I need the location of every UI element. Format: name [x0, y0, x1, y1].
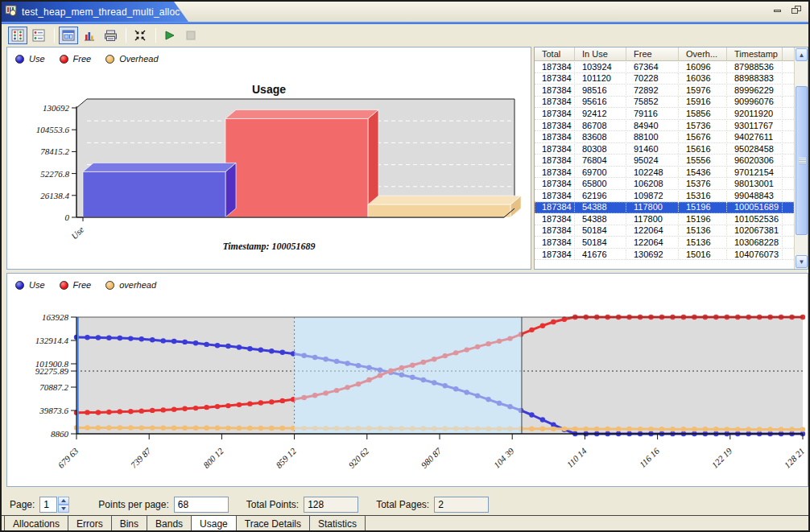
split-vertical-icon[interactable] — [8, 27, 27, 44]
table-cell: 96020306 — [727, 155, 783, 165]
table-cell: 15856 — [679, 109, 727, 118]
table-cell: 187384 — [535, 155, 575, 165]
legend-item: Use — [15, 280, 45, 290]
tab-errors[interactable]: Errors — [68, 516, 112, 530]
toolbar-separator — [126, 28, 126, 43]
column-header-inuse[interactable]: In Use — [575, 47, 626, 60]
table-cell: 16036 — [679, 73, 727, 83]
spin-up-icon[interactable] — [58, 497, 69, 505]
table-cell: 88100 — [626, 132, 679, 142]
bar-chart-icon[interactable] — [80, 27, 99, 44]
table-cell: 15196 — [679, 202, 727, 212]
page-input[interactable] — [39, 497, 57, 513]
table-row[interactable]: 18738480308914601561695028458 — [535, 143, 794, 155]
tab-statistics[interactable]: Statistics — [310, 516, 366, 530]
tab-bins[interactable]: Bins — [112, 516, 147, 530]
column-header-timestamp[interactable]: Timestamp — [727, 47, 783, 60]
view-tab[interactable]: test_heap_mem_thread_multi_alloc — [2, 2, 188, 22]
scroll-down-icon[interactable]: ▼ — [796, 255, 808, 268]
table-cell: 187384 — [535, 144, 575, 154]
table-cell: 130692 — [626, 250, 679, 259]
svg-text:39873.6: 39873.6 — [39, 406, 68, 415]
stop-icon[interactable] — [181, 27, 200, 44]
svg-text:Use: Use — [69, 225, 86, 241]
toolbar-separator — [155, 28, 156, 43]
table-scrollbar[interactable]: ▲ ▼ — [794, 47, 808, 269]
legend-label: Use — [29, 280, 45, 290]
svg-text:26138.4: 26138.4 — [40, 191, 69, 200]
svg-text:104 39: 104 39 — [492, 446, 516, 470]
legend-item: Free — [60, 280, 92, 290]
spin-down-icon[interactable] — [58, 505, 69, 513]
play-icon[interactable] — [160, 27, 180, 44]
tab-allocations[interactable]: Allocations — [4, 516, 68, 530]
app-window: test_heap_mem_thread_multi_alloc — [0, 0, 810, 532]
tab-usage[interactable]: Usage — [192, 516, 237, 530]
table-cell: 98013001 — [727, 179, 783, 188]
collapse-icon[interactable] — [130, 27, 150, 44]
scroll-up-icon[interactable]: ▲ — [796, 48, 808, 61]
table-row[interactable]: 18738498516728921597689996229 — [535, 85, 794, 97]
svg-text:116 16: 116 16 — [638, 446, 662, 470]
legend-item: overhead — [105, 280, 156, 290]
table-cell: 95028458 — [727, 144, 783, 154]
table-row[interactable]: 187384621961098721531699048843 — [535, 190, 794, 202]
table-cell: 101052536 — [727, 214, 783, 224]
table-header[interactable]: TotalIn UseFreeOverh...Timestamp — [535, 47, 794, 61]
column-header-overh[interactable]: Overh... — [679, 47, 727, 60]
usage-bar-chart[interactable]: 026138.452276.878415.2104553.6130692Use — [7, 94, 531, 263]
total-points-field — [304, 497, 358, 513]
table-cell: 117800 — [626, 214, 679, 224]
table-cell: 95024 — [626, 155, 679, 165]
table-row[interactable]: 1873844167613069215016104076073 — [535, 249, 794, 261]
total-pages-field — [434, 497, 489, 513]
table-cell: 16096 — [679, 62, 727, 72]
view-tab-strip: test_heap_mem_thread_multi_alloc — [2, 2, 808, 22]
table-row[interactable]: 187384101120702281603688988383 — [535, 73, 794, 85]
table-row[interactable]: 18738486708849401573693011767 — [535, 120, 794, 132]
table-cell: 69700 — [575, 167, 626, 177]
table-cell: 54388 — [575, 214, 626, 224]
table-cell: 187384 — [535, 179, 575, 188]
print-icon[interactable] — [101, 27, 120, 44]
table-row[interactable]: 1873845018412206415136103068228 — [535, 237, 794, 249]
column-header-total[interactable]: Total — [535, 47, 575, 60]
overview-layout-icon[interactable] — [59, 27, 78, 44]
table-row[interactable]: 18738483608881001567694027611 — [535, 131, 794, 143]
points-per-page-input[interactable] — [174, 497, 229, 513]
scrollbar-thumb[interactable] — [796, 86, 808, 235]
table-row[interactable]: 187384658001062081537698013001 — [535, 178, 794, 190]
table-cell: 187384 — [535, 250, 575, 259]
tab-trace-details[interactable]: Trace Details — [237, 516, 310, 530]
split-horizontal-icon[interactable] — [29, 27, 48, 44]
column-header-free[interactable]: Free — [626, 47, 679, 60]
close-icon[interactable] — [187, 6, 194, 18]
total-points-label: Total Points: — [246, 499, 299, 510]
table-cell: 187384 — [535, 73, 575, 83]
table-row[interactable]: 18738476804950241555696020306 — [535, 155, 794, 167]
paging-controls: Page: Points per page: Total Points: Tot… — [2, 491, 808, 518]
usage-line-chart-panel: UseFreeoverhead 163928132914.4101900.892… — [6, 273, 808, 487]
table-cell: 187384 — [535, 202, 575, 212]
table-cell: 97012154 — [727, 167, 783, 177]
table-cell: 83608 — [575, 132, 626, 142]
tab-bands[interactable]: Bands — [147, 516, 192, 530]
table-cell: 100051689 — [727, 202, 783, 212]
overhead-legend-dot-icon — [105, 281, 114, 290]
points-per-page-label: Points per page: — [98, 499, 168, 510]
table-row[interactable]: 1873845438811780015196101052536 — [535, 213, 794, 225]
table-row[interactable]: 187384697001022481543697012154 — [535, 167, 794, 179]
table-cell: 187384 — [535, 237, 575, 247]
minimize-icon[interactable] — [773, 6, 783, 14]
table-row[interactable]: 187384103924673641609687988536 — [535, 61, 794, 73]
usage-line-chart[interactable]: 163928132914.4101900.892275.8970887.2398… — [7, 291, 808, 486]
table-cell: 99048843 — [727, 191, 783, 200]
bottom-tab-bar: AllocationsErrorsBinsBandsUsageTrace Det… — [2, 515, 808, 530]
table-row[interactable]: 1873845018412206415136102067381 — [535, 225, 794, 237]
table-row[interactable]: 18738495616758521591690996076 — [535, 97, 794, 109]
table-row[interactable]: 18738492412791161585692011920 — [535, 108, 794, 120]
restore-icon[interactable] — [791, 6, 802, 14]
table-row[interactable]: 1873845438811780015196100051689 — [535, 202, 794, 214]
bar-chart-legend: UseFreeOverhead — [7, 47, 531, 65]
table-cell: 89996229 — [727, 85, 783, 95]
